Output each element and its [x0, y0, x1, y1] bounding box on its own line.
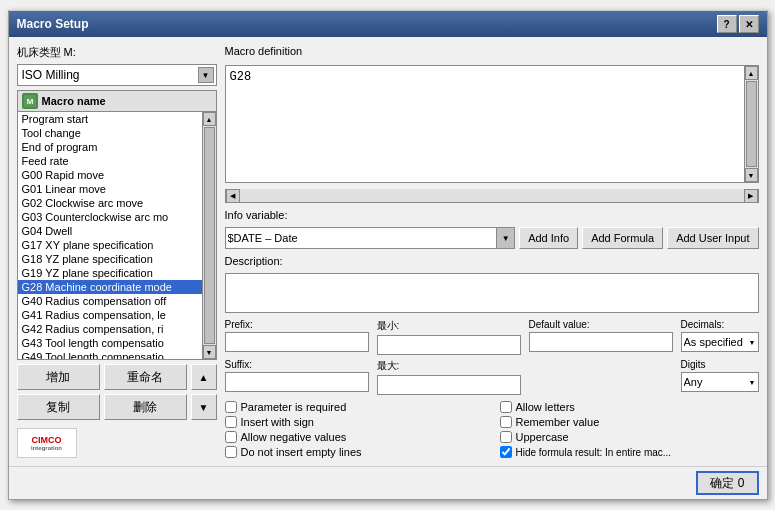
list-item[interactable]: G01 Linear move: [18, 182, 202, 196]
do-not-insert-label: Do not insert empty lines: [241, 446, 362, 458]
list-item[interactable]: G42 Radius compensation, ri: [18, 322, 202, 336]
machine-type-label: 机床类型 M:: [17, 45, 217, 60]
prefix-input[interactable]: [225, 332, 369, 352]
logo-area: CIMCO Integration: [17, 428, 217, 458]
right-panel: Macro definition G28 ▲ ▼ ◀ ▶ Info variab…: [225, 45, 759, 458]
macro-text[interactable]: G28: [226, 66, 744, 182]
insert-with-sign-checkbox[interactable]: [225, 416, 237, 428]
list-item[interactable]: Tool change: [18, 126, 202, 140]
suffix-input[interactable]: [225, 372, 369, 392]
decimals-select[interactable]: As specified: [682, 336, 758, 348]
macro-scroll-up[interactable]: ▲: [745, 66, 758, 80]
macro-scroll-thumb[interactable]: [746, 81, 757, 167]
allow-letters-checkbox[interactable]: [500, 401, 512, 413]
max-label: 最大:: [377, 359, 521, 373]
info-variable-controls: $DATE – Date ▼ Add Info Add Formula Add …: [225, 227, 759, 249]
list-item[interactable]: G02 Clockwise arc move: [18, 196, 202, 210]
digits-label: Digits: [681, 359, 759, 370]
list-item[interactable]: Program start: [18, 112, 202, 126]
list-item[interactable]: G18 YZ plane specification: [18, 252, 202, 266]
list-body: Program startTool changeEnd of programFe…: [18, 112, 216, 359]
list-item[interactable]: G17 XY plane specification: [18, 238, 202, 252]
list-scrollbar[interactable]: ▲ ▼: [202, 112, 216, 359]
button-row-2: 复制 删除 ▼: [17, 394, 217, 420]
macro-hscroll: ◀ ▶: [225, 189, 759, 203]
move-up-button[interactable]: ▲: [191, 364, 217, 390]
do-not-insert-checkbox[interactable]: [225, 446, 237, 458]
window-content: 机床类型 M: ISO Milling ▼ M Macro name: [9, 37, 767, 466]
macro-list-container: M Macro name Program startTool changeEnd…: [17, 90, 217, 360]
macro-scroll-right[interactable]: ▶: [744, 189, 758, 203]
form-grid: Prefix: 最小: Default value: Decimals: As …: [225, 319, 759, 395]
help-button[interactable]: ?: [717, 15, 737, 33]
description-label: Description:: [225, 255, 759, 267]
macro-area-wrap: G28 ▲ ▼: [225, 65, 759, 183]
list-item[interactable]: G19 YZ plane specification: [18, 266, 202, 280]
macro-scroll-left[interactable]: ◀: [226, 189, 240, 203]
title-bar-buttons: ? ✕: [717, 15, 759, 33]
move-down-button[interactable]: ▼: [191, 394, 217, 420]
list-items-wrap: Program startTool changeEnd of programFe…: [18, 112, 202, 359]
list-items: Program startTool changeEnd of programFe…: [18, 112, 202, 359]
default-value-label: Default value:: [529, 319, 673, 330]
digits-select[interactable]: Any: [682, 376, 758, 388]
copy-button[interactable]: 复制: [17, 394, 100, 420]
info-variable-select[interactable]: $DATE – Date: [228, 232, 513, 244]
hide-formula-checkbox[interactable]: [500, 446, 512, 458]
digits-field: Digits Any: [681, 359, 759, 395]
ok-button[interactable]: 确定 0: [696, 471, 758, 495]
info-variable-combo[interactable]: $DATE – Date ▼: [225, 227, 516, 249]
allow-negative-checkbox[interactable]: [225, 431, 237, 443]
scroll-down-arrow[interactable]: ▼: [203, 345, 216, 359]
cimco-logo: CIMCO Integration: [17, 428, 77, 458]
macro-setup-window: Macro Setup ? ✕ 机床类型 M: ISO Milling ▼: [8, 10, 768, 500]
add-user-input-button[interactable]: Add User Input: [667, 227, 758, 249]
suffix-field: Suffix:: [225, 359, 369, 395]
title-bar: Macro Setup ? ✕: [9, 11, 767, 37]
list-item[interactable]: End of program: [18, 140, 202, 154]
max-field: 最大:: [377, 359, 521, 395]
description-area[interactable]: [225, 273, 759, 313]
scroll-up-arrow[interactable]: ▲: [203, 112, 216, 126]
list-header-label: Macro name: [42, 95, 106, 107]
remember-value-row: Remember value: [500, 416, 759, 428]
remember-value-label: Remember value: [516, 416, 600, 428]
rename-button[interactable]: 重命名: [104, 364, 187, 390]
machine-type-select[interactable]: ISO Milling: [22, 68, 212, 82]
footer: 确定 0: [9, 466, 767, 499]
default-value-input[interactable]: [529, 332, 673, 352]
allow-letters-label: Allow letters: [516, 401, 575, 413]
scroll-thumb[interactable]: [204, 127, 215, 344]
digits-select-wrap[interactable]: Any: [681, 372, 759, 392]
list-item[interactable]: G03 Counterclockwise arc mo: [18, 210, 202, 224]
list-item[interactable]: G04 Dwell: [18, 224, 202, 238]
list-item[interactable]: G43 Tool length compensatio: [18, 336, 202, 350]
min-label: 最小:: [377, 319, 521, 333]
macro-scroll-down[interactable]: ▼: [745, 168, 758, 182]
window-title: Macro Setup: [17, 17, 89, 31]
allow-negative-row: Allow negative values: [225, 431, 484, 443]
add-info-button[interactable]: Add Info: [519, 227, 578, 249]
list-item[interactable]: G49 Tool length compensatio: [18, 350, 202, 359]
list-item[interactable]: G41 Radius compensation, le: [18, 308, 202, 322]
machine-type-combo[interactable]: ISO Milling ▼: [17, 64, 217, 86]
list-item[interactable]: G40 Radius compensation off: [18, 294, 202, 308]
macro-scrollbar[interactable]: ▲ ▼: [744, 66, 758, 182]
remember-value-checkbox[interactable]: [500, 416, 512, 428]
uppercase-label: Uppercase: [516, 431, 569, 443]
hide-formula-row: Hide formula result: In entire mac...: [500, 446, 759, 458]
list-item[interactable]: G00 Rapid move: [18, 168, 202, 182]
decimals-select-wrap[interactable]: As specified: [681, 332, 759, 352]
allow-letters-row: Allow letters: [500, 401, 759, 413]
list-item[interactable]: G28 Machine coordinate mode: [18, 280, 202, 294]
max-input[interactable]: [377, 375, 521, 395]
add-button[interactable]: 增加: [17, 364, 100, 390]
add-formula-button[interactable]: Add Formula: [582, 227, 663, 249]
min-input[interactable]: [377, 335, 521, 355]
param-required-checkbox[interactable]: [225, 401, 237, 413]
delete-button[interactable]: 删除: [104, 394, 187, 420]
close-button[interactable]: ✕: [739, 15, 759, 33]
list-item[interactable]: Feed rate: [18, 154, 202, 168]
uppercase-checkbox[interactable]: [500, 431, 512, 443]
button-row-1: 增加 重命名 ▲: [17, 364, 217, 390]
